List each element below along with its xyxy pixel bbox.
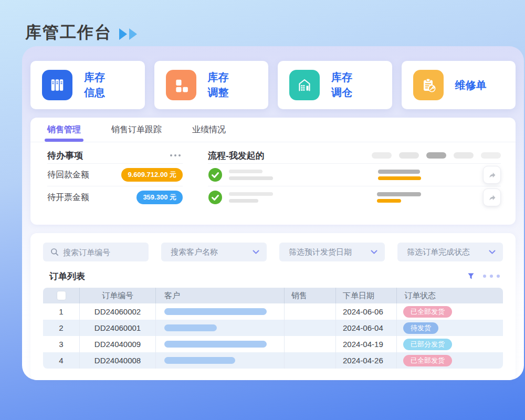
skeleton-text xyxy=(229,192,273,203)
sales-cell xyxy=(285,352,336,369)
order-date: 2024-06-06 xyxy=(336,303,397,320)
customer-skeleton xyxy=(164,308,267,315)
process-title: 流程-我发起的 xyxy=(208,150,265,162)
page-title: 库管工作台 xyxy=(25,22,112,44)
tab-performance[interactable]: 业绩情况 xyxy=(192,118,226,142)
customer-cell xyxy=(156,352,285,369)
fast-forward-icon xyxy=(118,28,139,40)
check-circle-icon xyxy=(208,190,223,205)
check-circle-icon xyxy=(208,167,223,182)
customer-cell xyxy=(156,303,285,320)
todo-item-invoice: 待开票金额 359.300 元 xyxy=(47,186,183,208)
row-index: 1 xyxy=(43,303,80,320)
status-badge: 已全部发货 xyxy=(403,355,452,366)
chevron-down-icon xyxy=(489,250,496,255)
skeleton-progress xyxy=(378,170,421,180)
sales-cell xyxy=(285,320,336,336)
filter-label: 筛选预计发货日期 xyxy=(289,247,371,257)
table-row[interactable]: 4 DD24040008 2024-04-26 已全部发货 xyxy=(43,352,503,369)
order-list-title: 订单列表 xyxy=(49,270,85,282)
amount-badge: 359.300 元 xyxy=(136,191,183,204)
process-row xyxy=(208,186,501,208)
todo-item-receivable: 待回款金额 9.609.712.00 元 xyxy=(47,164,183,186)
warehouse-icon xyxy=(289,70,320,100)
card-inventory-adjust[interactable]: 库存调整 xyxy=(154,61,269,109)
more-icon[interactable] xyxy=(170,154,183,156)
funnel-icon[interactable] xyxy=(467,272,475,280)
status-badge: 已部分发货 xyxy=(403,339,452,350)
todo-title: 待办事项 xyxy=(47,150,83,162)
col-status: 订单状态 xyxy=(397,288,503,303)
card-inventory-info[interactable]: 库存信息 xyxy=(30,61,145,109)
chevron-down-icon xyxy=(371,250,377,255)
table-row[interactable]: 3 DD24040009 2024-04-19 已部分发货 xyxy=(43,336,503,352)
more-dots-icon[interactable] xyxy=(483,275,500,278)
books-icon xyxy=(42,70,72,100)
chevron-down-icon xyxy=(253,250,259,255)
ship-date-filter[interactable]: 筛选预计发货日期 xyxy=(279,243,385,261)
order-table: 订单编号 客户 销售 下单日期 订单状态 1 DD24060002 2024-0… xyxy=(43,288,503,369)
sales-cell xyxy=(285,303,336,320)
order-no-search[interactable] xyxy=(43,243,149,261)
customer-filter[interactable]: 搜索客户名称 xyxy=(161,243,267,261)
sales-panel: 销售管理 销售订单跟踪 业绩情况 待办事项 待回款金额 9.609.712. xyxy=(30,118,516,225)
status-cell: 待发货 xyxy=(397,320,503,336)
customer-cell xyxy=(156,336,285,352)
skeleton-progress xyxy=(377,192,421,203)
workbench-shell: 库存信息 库存调整 xyxy=(22,46,524,380)
customer-skeleton xyxy=(164,341,267,348)
sales-cell xyxy=(285,336,336,352)
active-tab-underline xyxy=(45,139,83,142)
todo-label: 待开票金额 xyxy=(47,192,89,203)
col-order-no: 订单编号 xyxy=(80,288,156,303)
share-button[interactable] xyxy=(483,188,501,206)
customer-cell xyxy=(156,320,285,336)
customer-skeleton xyxy=(164,324,217,331)
share-button[interactable] xyxy=(483,166,501,184)
order-no: DD24060001 xyxy=(80,320,156,336)
select-all-checkbox[interactable] xyxy=(57,291,66,300)
status-cell: 已全部发货 xyxy=(397,303,503,320)
filter-label: 筛选订单完成状态 xyxy=(407,247,489,257)
status-cell: 已部分发货 xyxy=(397,336,503,352)
table-header: 订单编号 客户 销售 下单日期 订单状态 xyxy=(43,288,503,303)
table-row[interactable]: 1 DD24060002 2024-06-06 已全部发货 xyxy=(43,303,503,320)
card-label: 维修单 xyxy=(455,78,487,93)
search-icon xyxy=(50,248,59,256)
status-badge: 待发货 xyxy=(403,322,438,334)
order-date: 2024-04-19 xyxy=(336,336,397,352)
search-input[interactable] xyxy=(63,248,141,257)
blocks-icon xyxy=(166,70,196,100)
card-label: 库存调仓 xyxy=(331,70,352,100)
skeleton-text xyxy=(229,170,273,180)
filter-row: 搜索客户名称 筛选预计发货日期 筛选订单完成状态 xyxy=(43,243,503,261)
card-label: 库存信息 xyxy=(84,70,105,100)
col-order-date: 下单日期 xyxy=(336,288,397,303)
tab-sales-order-tracking[interactable]: 销售订单跟踪 xyxy=(111,118,162,142)
amount-badge: 9.609.712.00 元 xyxy=(121,168,183,182)
tab-sales-management[interactable]: 销售管理 xyxy=(47,118,81,142)
card-repair-order[interactable]: 维修单 xyxy=(402,61,516,109)
col-sales: 销售 xyxy=(285,288,336,303)
row-index: 2 xyxy=(43,320,80,336)
page-header: 库管工作台 xyxy=(0,0,525,46)
orders-panel: 搜索客户名称 筛选预计发货日期 筛选订单完成状态 订单列表 xyxy=(30,233,516,380)
quick-cards-row: 库存信息 库存调整 xyxy=(30,61,516,109)
order-no: DD24060002 xyxy=(80,303,156,320)
card-label: 库存调整 xyxy=(208,70,229,100)
tab-label: 销售订单跟踪 xyxy=(111,124,162,135)
status-badge: 已全部发货 xyxy=(403,306,452,318)
todo-label: 待回款金额 xyxy=(47,170,89,181)
table-row[interactable]: 2 DD24060001 2024-06-04 待发货 xyxy=(43,320,503,336)
order-status-filter[interactable]: 筛选订单完成状态 xyxy=(397,243,503,261)
status-cell: 已全部发货 xyxy=(397,352,503,369)
order-no: DD24040008 xyxy=(80,352,156,369)
customer-skeleton xyxy=(164,357,235,364)
card-inventory-transfer[interactable]: 库存调仓 xyxy=(278,61,392,109)
sales-body: 待办事项 待回款金额 9.609.712.00 元 待开票金额 359.300 … xyxy=(30,142,516,208)
clipboard-wrench-icon xyxy=(413,70,444,100)
order-date: 2024-06-04 xyxy=(336,320,397,336)
skeleton-pills xyxy=(372,152,501,159)
tab-label: 销售管理 xyxy=(47,124,81,135)
tab-label: 业绩情况 xyxy=(192,124,226,135)
